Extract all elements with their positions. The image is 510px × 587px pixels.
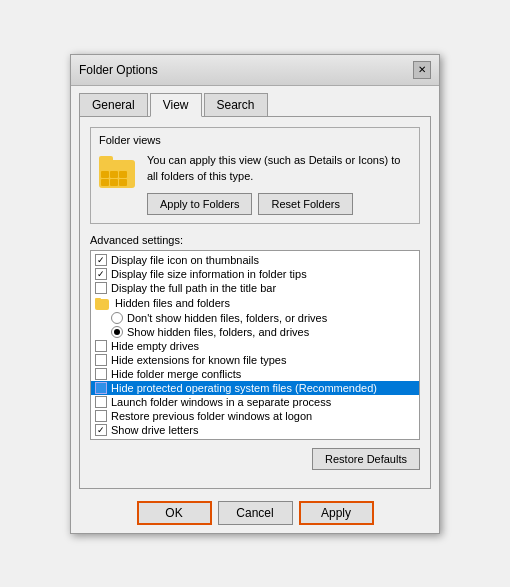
folder-icon xyxy=(99,152,139,188)
checkbox-icon[interactable] xyxy=(95,268,107,280)
list-item[interactable]: Launch folder windows in a separate proc… xyxy=(91,395,419,409)
apply-to-folders-button[interactable]: Apply to Folders xyxy=(147,193,252,215)
folder-options-dialog: Folder Options ✕ General View Search Fol… xyxy=(70,54,440,534)
title-bar: Folder Options ✕ xyxy=(71,55,439,86)
item-label: Launch folder windows in a separate proc… xyxy=(111,396,331,408)
list-item[interactable]: Hide empty drives xyxy=(91,339,419,353)
checkbox-icon[interactable] xyxy=(95,368,107,380)
list-item[interactable]: Display the full path in the title bar xyxy=(91,281,419,295)
folder-views-buttons: Apply to Folders Reset Folders xyxy=(147,193,411,215)
folder-views-content: You can apply this view (such as Details… xyxy=(99,152,411,215)
dialog-title: Folder Options xyxy=(79,63,158,77)
list-item: Hidden files and folders xyxy=(91,295,419,311)
view-tab-content: Folder views xyxy=(79,116,431,489)
list-item[interactable]: Show drive letters xyxy=(91,423,419,437)
checkbox-icon[interactable] xyxy=(95,282,107,294)
item-label: Hide extensions for known file types xyxy=(111,354,286,366)
close-button[interactable]: ✕ xyxy=(413,61,431,79)
item-label: Hide folder merge conflicts xyxy=(111,368,241,380)
list-item[interactable]: Show hidden files, folders, and drives xyxy=(91,325,419,339)
list-item[interactable]: Hide folder merge conflicts xyxy=(91,367,419,381)
folder-views-description: You can apply this view (such as Details… xyxy=(147,152,411,215)
advanced-settings-label: Advanced settings: xyxy=(90,234,420,246)
list-item[interactable]: Restore previous folder windows at logon xyxy=(91,409,419,423)
folder-body-shape xyxy=(99,160,135,188)
list-item[interactable]: Display file size information in folder … xyxy=(91,267,419,281)
item-label: Show hidden files, folders, and drives xyxy=(127,326,309,338)
item-label: Display file size information in folder … xyxy=(111,268,307,280)
cancel-button[interactable]: Cancel xyxy=(218,501,293,525)
checkbox-icon[interactable] xyxy=(95,410,107,422)
tab-view[interactable]: View xyxy=(150,93,202,117)
folder-views-label: Folder views xyxy=(99,134,411,146)
item-label: Show drive letters xyxy=(111,424,198,436)
ok-button[interactable]: OK xyxy=(137,501,212,525)
list-item-selected[interactable]: Hide protected operating system files (R… xyxy=(91,381,419,395)
advanced-settings-container: Display file icon on thumbnails Display … xyxy=(90,250,420,440)
tab-bar: General View Search xyxy=(71,86,439,116)
item-label: Hide protected operating system files (R… xyxy=(111,382,377,394)
radio-icon[interactable] xyxy=(111,312,123,324)
tab-general[interactable]: General xyxy=(79,93,148,117)
tab-search[interactable]: Search xyxy=(204,93,268,117)
radio-icon[interactable] xyxy=(111,326,123,338)
list-item[interactable]: Hide extensions for known file types xyxy=(91,353,419,367)
item-label: Don't show hidden files, folders, or dri… xyxy=(127,312,327,324)
checkbox-icon[interactable] xyxy=(95,382,107,394)
checkbox-icon[interactable] xyxy=(95,424,107,436)
list-item[interactable]: Don't show hidden files, folders, or dri… xyxy=(91,311,419,325)
checkbox-icon[interactable] xyxy=(95,396,107,408)
item-label: Hide empty drives xyxy=(111,340,199,352)
restore-defaults-row: Restore Defaults xyxy=(90,448,420,470)
item-label: Restore previous folder windows at logon xyxy=(111,410,312,422)
restore-defaults-button[interactable]: Restore Defaults xyxy=(312,448,420,470)
settings-list: Display file icon on thumbnails Display … xyxy=(91,251,419,439)
checkbox-icon[interactable] xyxy=(95,340,107,352)
checkbox-icon[interactable] xyxy=(95,254,107,266)
item-label: Hidden files and folders xyxy=(115,297,230,309)
item-label: Display file icon on thumbnails xyxy=(111,254,259,266)
list-item[interactable]: Display file icon on thumbnails xyxy=(91,253,419,267)
reset-folders-button[interactable]: Reset Folders xyxy=(258,193,352,215)
folder-icon-grid xyxy=(101,171,127,186)
apply-button[interactable]: Apply xyxy=(299,501,374,525)
folder-group-icon xyxy=(95,296,111,310)
item-label: Display the full path in the title bar xyxy=(111,282,276,294)
checkbox-icon[interactable] xyxy=(95,354,107,366)
dialog-buttons: OK Cancel Apply xyxy=(71,497,439,525)
folder-views-group: Folder views xyxy=(90,127,420,224)
